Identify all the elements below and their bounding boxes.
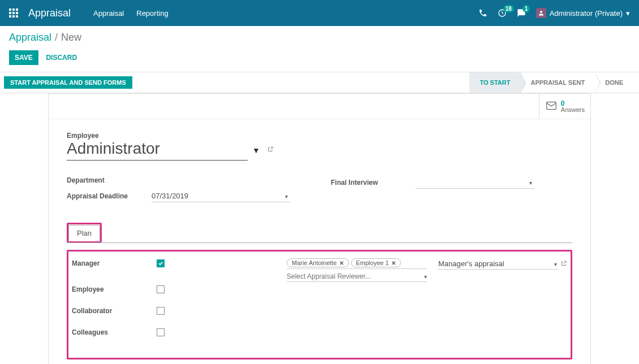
- manager-appraisal-field[interactable]: [438, 258, 559, 270]
- employee-dropdown-icon[interactable]: ▼: [252, 146, 260, 155]
- plan-collaborator-checkbox[interactable]: [157, 307, 165, 315]
- activity-badge: 18: [503, 5, 514, 12]
- svg-rect-2: [16, 8, 18, 11]
- department-label: Department: [67, 176, 152, 184]
- svg-rect-11: [547, 102, 556, 109]
- final-interview-label: Final Interview: [331, 179, 416, 187]
- plan-collaborator-label: Collaborator: [72, 306, 157, 315]
- messages-badge: 1: [523, 5, 530, 12]
- employee-external-link-icon[interactable]: [267, 146, 274, 154]
- deadline-field[interactable]: [152, 190, 290, 202]
- stage-done[interactable]: DONE: [595, 72, 633, 93]
- discard-button[interactable]: DISCARD: [46, 54, 77, 62]
- svg-rect-6: [9, 15, 11, 18]
- svg-rect-0: [9, 8, 11, 11]
- svg-rect-7: [12, 15, 15, 18]
- breadcrumb-current: New: [61, 32, 81, 44]
- svg-rect-1: [12, 8, 15, 11]
- statusbar: TO START APPRAISAL SENT DONE: [469, 72, 633, 93]
- stage-to-start[interactable]: TO START: [469, 72, 520, 93]
- save-button[interactable]: SAVE: [9, 50, 38, 65]
- employee-label: Employee: [67, 132, 572, 140]
- user-menu[interactable]: Administrator (Private) ▾: [536, 8, 630, 18]
- plan-panel: Manager Marie Antoinette ✕: [67, 250, 572, 359]
- activity-icon[interactable]: 18: [498, 8, 507, 18]
- plan-employee-label: Employee: [72, 284, 157, 293]
- svg-point-10: [540, 11, 542, 13]
- appraisal-external-link-icon[interactable]: [560, 260, 567, 268]
- answers-stat-button[interactable]: 0 Answers: [539, 94, 590, 119]
- svg-rect-3: [9, 12, 11, 14]
- reviewer-tag-label: Marie Antoinette: [292, 259, 337, 266]
- final-interview-field[interactable]: [416, 176, 534, 189]
- app-title: Appraisal: [28, 7, 71, 19]
- reviewer-tag-label: Employee 1: [356, 259, 389, 266]
- svg-rect-5: [16, 12, 18, 14]
- plan-colleagues-checkbox[interactable]: [157, 328, 165, 336]
- tab-plan[interactable]: Plan: [68, 225, 100, 241]
- phone-icon[interactable]: [478, 8, 487, 18]
- nav-appraisal[interactable]: Appraisal: [93, 9, 124, 18]
- start-appraisal-button[interactable]: START APPRAISAL AND SEND FORMS: [4, 76, 132, 89]
- reviewer-tag: Employee 1 ✕: [351, 258, 401, 267]
- nav-reporting[interactable]: Reporting: [136, 9, 168, 18]
- svg-rect-4: [12, 12, 15, 14]
- reviewer-tag-remove-icon[interactable]: ✕: [339, 260, 344, 266]
- avatar-icon: [536, 8, 546, 18]
- caret-down-icon: ▾: [626, 9, 630, 18]
- plan-colleagues-label: Colleagues: [72, 327, 157, 336]
- plan-employee-checkbox[interactable]: [157, 285, 165, 293]
- envelope-icon: [545, 99, 558, 114]
- reviewer-select-input[interactable]: [287, 271, 432, 281]
- apps-icon[interactable]: [9, 8, 18, 18]
- plan-manager-label: Manager: [72, 258, 157, 267]
- messages-icon[interactable]: 1: [517, 8, 526, 18]
- deadline-label: Appraisal Deadline: [67, 192, 152, 200]
- answers-count: 0: [561, 100, 585, 107]
- svg-rect-8: [16, 15, 18, 18]
- breadcrumb: Appraisal / New: [9, 32, 630, 44]
- employee-field[interactable]: [67, 140, 248, 161]
- stage-appraisal-sent[interactable]: APPRAISAL SENT: [520, 72, 595, 93]
- answers-label: Answers: [561, 107, 585, 113]
- user-name: Administrator (Private): [550, 9, 623, 18]
- reviewer-tag-remove-icon[interactable]: ✕: [391, 260, 396, 266]
- reviewer-tag: Marie Antoinette ✕: [287, 258, 349, 267]
- plan-manager-checkbox[interactable]: [157, 259, 165, 267]
- breadcrumb-root[interactable]: Appraisal: [9, 32, 51, 44]
- breadcrumb-sep: /: [55, 32, 58, 44]
